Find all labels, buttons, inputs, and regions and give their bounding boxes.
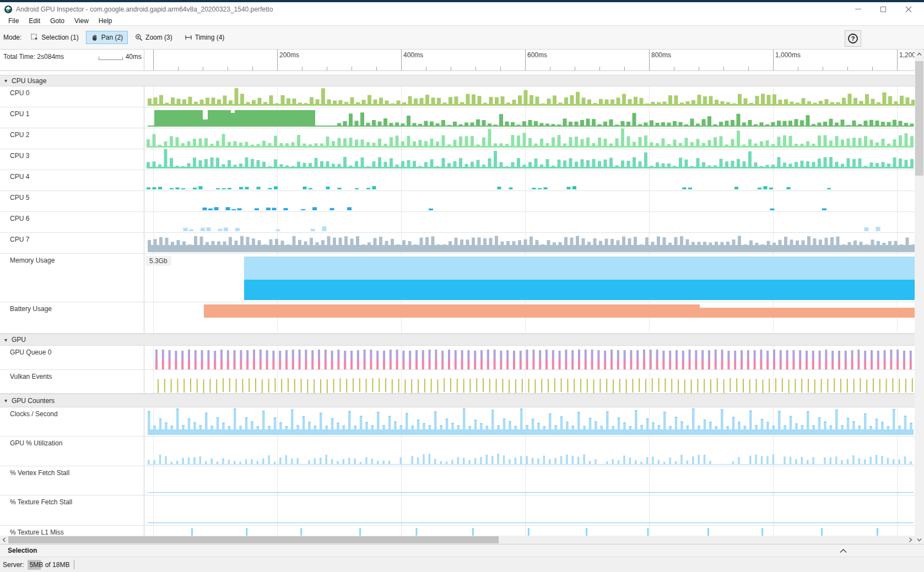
track-chart-battery-usage[interactable] [144, 302, 915, 333]
ruler-time-label: 600ms [527, 51, 547, 59]
horizontal-scrollbar[interactable] [0, 536, 915, 544]
scroll-right-icon[interactable] [906, 536, 915, 544]
ruler-minor-tick [451, 67, 451, 70]
track-row-vertex-fetch-stall: % Vertex Fetch Stall [0, 466, 915, 495]
track-label-cpu-5[interactable]: CPU 5 [0, 191, 144, 211]
minimize-button[interactable] [849, 3, 867, 15]
track-label-vulkan-events[interactable]: Vulkan Events [0, 370, 144, 393]
mode-button-label: Pan (2) [101, 34, 123, 41]
track-row-cpu-1: CPU 1 [0, 107, 915, 128]
chevron-down-icon[interactable]: ▾ [4, 78, 7, 84]
track-chart-svg-memory-usage [144, 254, 915, 302]
mode-button-timing[interactable]: Timing (4) [180, 31, 230, 44]
track-chart-cpu-6[interactable] [144, 212, 915, 232]
scroll-left-icon[interactable] [0, 536, 8, 544]
track-chart-cpu-4[interactable] [144, 170, 915, 190]
track-chart-svg-cpu-3 [144, 149, 915, 170]
ruler-minor-tick [475, 67, 476, 70]
track-chart-cpu-2[interactable] [144, 128, 915, 149]
ruler-minor-tick [352, 67, 352, 70]
track-label-battery-usage[interactable]: Battery Usage [0, 302, 144, 333]
ruler-major-tick [153, 50, 154, 70]
ruler-minor-tick [674, 67, 674, 70]
maximize-button[interactable] [874, 3, 892, 15]
app-window: Android GPU Inspector - com.google.andro… [0, 0, 924, 572]
section-header-gpu-counters[interactable]: ▾GPU Counters [0, 394, 915, 407]
mode-button-selection[interactable]: Selection (1) [26, 31, 83, 44]
vertical-scrollbar[interactable] [915, 50, 924, 544]
ruler-major-tick [897, 50, 898, 70]
track-label-memory-usage[interactable]: Memory Usage [0, 254, 144, 302]
vertical-scroll-thumb[interactable] [915, 61, 923, 176]
track-chart-cpu-7[interactable] [144, 233, 915, 253]
track-label-gpu-utilization[interactable]: GPU % Utilization [0, 437, 144, 466]
help-button[interactable]: ? [845, 30, 861, 47]
track-label-cpu-0[interactable]: CPU 0 [0, 86, 144, 107]
track-list: ▾CPU UsageCPU 0CPU 1CPU 2CPU 3CPU 4CPU 5… [0, 71, 915, 536]
selection-panel-header[interactable]: Selection [0, 544, 924, 557]
track-label-cpu-7[interactable]: CPU 7 [0, 233, 144, 253]
scale-label: 40ms [126, 53, 142, 61]
horizontal-scroll-thumb[interactable] [8, 536, 499, 543]
track-row-texture-l1-miss: % Texture L1 Miss [0, 526, 915, 536]
ruler-major-tick [649, 50, 650, 70]
ruler-minor-tick [723, 67, 724, 70]
selection-collapse-button[interactable] [840, 547, 847, 555]
close-button[interactable] [900, 3, 917, 15]
app-logo-icon [4, 6, 12, 13]
ruler-time-label: 1,000ms [775, 51, 801, 59]
track-label-texture-l1-miss[interactable]: % Texture L1 Miss [0, 526, 144, 536]
ruler-minor-tick [178, 67, 179, 70]
menu-goto[interactable]: Goto [45, 17, 69, 25]
track-label-gpu-queue-0[interactable]: GPU Queue 0 [0, 346, 144, 369]
track-chart-vulkan-events[interactable] [144, 370, 915, 393]
scroll-down-icon[interactable] [915, 536, 924, 544]
menu-help[interactable]: Help [94, 17, 117, 25]
toolbar: Mode: Selection (1)Pan (2)Zoom (3)Timing… [0, 26, 924, 50]
track-chart-gpu-queue-0[interactable] [144, 346, 915, 369]
track-label-clocks-second[interactable]: Clocks / Second [0, 407, 144, 436]
track-label-vertex-fetch-stall[interactable]: % Vertex Fetch Stall [0, 466, 144, 495]
section-header-cpu-usage[interactable]: ▾CPU Usage [0, 75, 915, 86]
track-chart-cpu-3[interactable] [144, 149, 915, 170]
scroll-up-icon[interactable] [915, 50, 924, 58]
section-label: GPU [12, 336, 26, 344]
timing-icon [185, 34, 192, 41]
ruler-minor-tick [302, 67, 302, 70]
ruler-minor-tick [798, 67, 798, 70]
track-row-cpu-3: CPU 3 [0, 149, 915, 170]
track-label-texture-fetch-stall[interactable]: % Texture Fetch Stall [0, 495, 144, 525]
chevron-down-icon[interactable]: ▾ [4, 397, 7, 404]
chevron-down-icon[interactable]: ▾ [4, 337, 7, 343]
mode-label: Mode: [3, 34, 21, 41]
track-chart-gpu-utilization[interactable] [144, 437, 915, 466]
track-label-cpu-2[interactable]: CPU 2 [0, 128, 144, 149]
track-row-cpu-6: CPU 6 [0, 212, 915, 233]
track-label-cpu-3[interactable]: CPU 3 [0, 149, 144, 170]
section-header-gpu[interactable]: ▾GPU [0, 334, 915, 346]
track-chart-cpu-1[interactable] [144, 107, 915, 128]
track-chart-texture-l1-miss[interactable] [144, 526, 915, 536]
track-row-gpu-utilization: GPU % Utilization [0, 437, 915, 466]
close-icon [905, 6, 912, 13]
track-chart-cpu-5[interactable] [144, 191, 915, 211]
track-chart-svg-cpu-1 [144, 107, 915, 128]
ruler-ticks[interactable]: 200ms400ms600ms800ms1,000ms1,200ms [144, 50, 915, 70]
track-label-cpu-6[interactable]: CPU 6 [0, 212, 144, 232]
mode-button-zoom[interactable]: Zoom (3) [130, 31, 177, 44]
ruler-info-panel: Total Time: 2s084ms 40ms [0, 50, 144, 70]
track-chart-svg-battery-usage [144, 302, 915, 333]
menu-view[interactable]: View [69, 17, 94, 25]
menu-file[interactable]: File [3, 17, 24, 25]
track-chart-cpu-0[interactable] [144, 86, 915, 107]
track-chart-svg-vertex-fetch-stall [144, 466, 915, 495]
track-chart-memory-usage[interactable]: 5.3Gb [144, 254, 915, 302]
track-chart-texture-fetch-stall[interactable] [144, 495, 915, 525]
menu-edit[interactable]: Edit [24, 17, 45, 25]
track-chart-vertex-fetch-stall[interactable] [144, 466, 915, 495]
mode-button-pan[interactable]: Pan (2) [86, 31, 128, 44]
minimize-icon [855, 9, 861, 9]
track-label-cpu-1[interactable]: CPU 1 [0, 107, 144, 128]
track-chart-clocks-second[interactable] [144, 407, 915, 436]
track-label-cpu-4[interactable]: CPU 4 [0, 170, 144, 190]
